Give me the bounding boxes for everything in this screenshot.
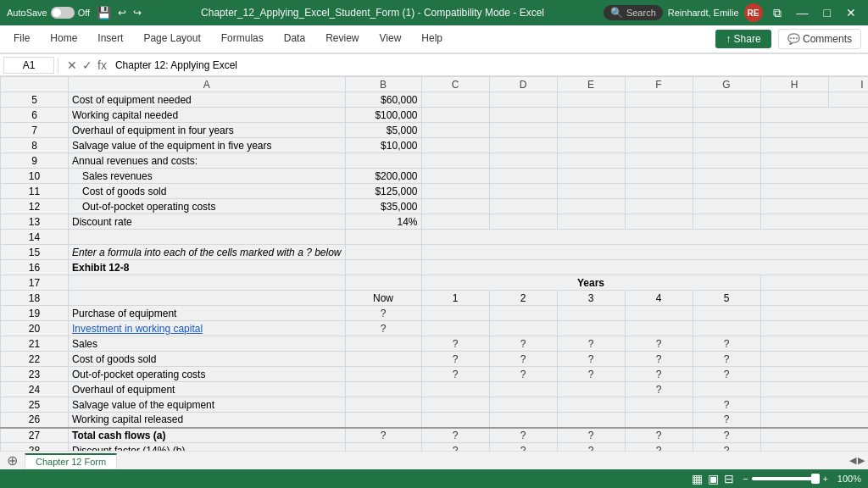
cell-b8[interactable]: $10,000 <box>345 138 421 153</box>
cell-b22[interactable] <box>345 352 421 367</box>
cell-e21[interactable]: ? <box>557 336 625 352</box>
scroll-right-icon[interactable]: ▶ <box>858 455 865 466</box>
scroll-left-icon[interactable]: ◀ <box>849 455 856 466</box>
tab-home[interactable]: Home <box>40 27 87 51</box>
cell-g24[interactable] <box>693 382 760 397</box>
cell-b7[interactable]: $5,000 <box>345 123 421 138</box>
cell-e11[interactable] <box>557 184 625 199</box>
cell-e6[interactable] <box>557 108 625 123</box>
cell-f8[interactable] <box>625 138 693 153</box>
cell-f21[interactable]: ? <box>625 336 693 352</box>
formula-input[interactable] <box>112 58 865 73</box>
cell-e7[interactable] <box>557 123 625 138</box>
cell-rest-18[interactable] <box>760 291 868 306</box>
cell-f26[interactable] <box>625 413 693 428</box>
tab-insert[interactable]: Insert <box>87 27 133 51</box>
col-header-c[interactable]: C <box>421 77 489 92</box>
cell-g21[interactable]: ? <box>693 336 760 352</box>
undo-icon[interactable]: ↩ <box>118 7 126 19</box>
cell-b15[interactable] <box>345 245 421 260</box>
cell-d28[interactable]: ? <box>489 443 557 452</box>
cell-e13[interactable] <box>557 214 625 230</box>
col-header-f[interactable]: F <box>625 77 693 92</box>
cell-b17[interactable] <box>345 275 421 291</box>
cell-e18[interactable]: 3 <box>557 291 625 306</box>
sheet-tab-chapter12[interactable]: Chapter 12 Form <box>25 453 117 469</box>
cell-rest-24[interactable] <box>760 382 868 397</box>
cell-g12[interactable] <box>693 199 760 214</box>
redo-icon[interactable]: ↪ <box>133 7 142 19</box>
cell-f9[interactable] <box>625 153 693 169</box>
cell-rest-8[interactable] <box>760 138 868 153</box>
cell-e22[interactable]: ? <box>557 352 625 367</box>
cell-rest-21[interactable] <box>760 336 868 352</box>
share-button[interactable]: ↑ Share <box>715 30 771 48</box>
cell-rest-12[interactable] <box>760 199 868 214</box>
cell-c24[interactable] <box>421 382 489 397</box>
cell-rest-17[interactable] <box>760 275 868 291</box>
cell-d27[interactable]: ? <box>489 428 557 443</box>
cell-c7[interactable] <box>421 123 489 138</box>
cell-c25[interactable] <box>421 397 489 413</box>
cell-rest-6[interactable] <box>760 108 868 123</box>
confirm-formula-button[interactable]: ✓ <box>81 58 94 72</box>
cell-c10[interactable] <box>421 169 489 184</box>
cell-f11[interactable] <box>625 184 693 199</box>
cell-rest-19[interactable] <box>760 306 868 321</box>
cell-b23[interactable] <box>345 367 421 382</box>
cell-g28[interactable]: ? <box>693 443 760 452</box>
page-break-view-button[interactable]: ⊟ <box>722 472 736 485</box>
col-header-d[interactable]: D <box>489 77 557 92</box>
cell-d8[interactable] <box>489 138 557 153</box>
cell-rest-28[interactable] <box>760 443 868 452</box>
cell-b9[interactable] <box>345 153 421 169</box>
cell-b25[interactable] <box>345 397 421 413</box>
cell-f25[interactable] <box>625 397 693 413</box>
cell-d5[interactable] <box>489 92 557 108</box>
cell-g18[interactable]: 5 <box>693 291 760 306</box>
add-sheet-button[interactable]: ⊕ <box>3 452 21 469</box>
cell-a9[interactable]: Annual revenues and costs: <box>69 153 346 169</box>
cell-c5[interactable] <box>421 92 489 108</box>
cell-e23[interactable]: ? <box>557 367 625 382</box>
cell-d19[interactable] <box>489 306 557 321</box>
cell-d26[interactable] <box>489 413 557 428</box>
cell-b11[interactable]: $125,000 <box>345 184 421 199</box>
cell-g9[interactable] <box>693 153 760 169</box>
cell-e24[interactable] <box>557 382 625 397</box>
cell-a26[interactable]: Working capital released <box>69 413 346 428</box>
maximize-button[interactable]: □ <box>819 0 836 25</box>
cell-g7[interactable] <box>693 123 760 138</box>
cell-rest-10[interactable] <box>760 169 868 184</box>
cell-a12[interactable]: Out-of-pocket operating costs <box>69 199 346 214</box>
cell-a24[interactable]: Overhaul of equipment <box>69 382 346 397</box>
cell-c28[interactable]: ? <box>421 443 489 452</box>
cell-b28[interactable] <box>345 443 421 452</box>
cell-g5[interactable] <box>693 92 760 108</box>
cell-rest-20[interactable] <box>760 321 868 336</box>
cell-b13[interactable]: 14% <box>345 214 421 230</box>
cell-d23[interactable]: ? <box>489 367 557 382</box>
cell-g11[interactable] <box>693 184 760 199</box>
cancel-formula-button[interactable]: ✕ <box>65 58 79 72</box>
cell-a13[interactable]: Discount rate <box>69 214 346 230</box>
cell-rest-14[interactable] <box>421 230 868 245</box>
cell-d7[interactable] <box>489 123 557 138</box>
cell-f13[interactable] <box>625 214 693 230</box>
cell-a23[interactable]: Out-of-pocket operating costs <box>69 367 346 382</box>
cell-b26[interactable] <box>345 413 421 428</box>
cell-rest-23[interactable] <box>760 367 868 382</box>
cell-g8[interactable] <box>693 138 760 153</box>
cell-a18[interactable] <box>69 291 346 306</box>
cell-f18[interactable]: 4 <box>625 291 693 306</box>
restore-button[interactable]: ⧉ <box>768 0 787 25</box>
cell-f19[interactable] <box>625 306 693 321</box>
cell-e12[interactable] <box>557 199 625 214</box>
cell-a21[interactable]: Sales <box>69 336 346 352</box>
cell-e27[interactable]: ? <box>557 428 625 443</box>
cell-g10[interactable] <box>693 169 760 184</box>
cell-b24[interactable] <box>345 382 421 397</box>
cell-c18[interactable]: 1 <box>421 291 489 306</box>
cell-b20[interactable]: ? <box>345 321 421 336</box>
cell-d12[interactable] <box>489 199 557 214</box>
